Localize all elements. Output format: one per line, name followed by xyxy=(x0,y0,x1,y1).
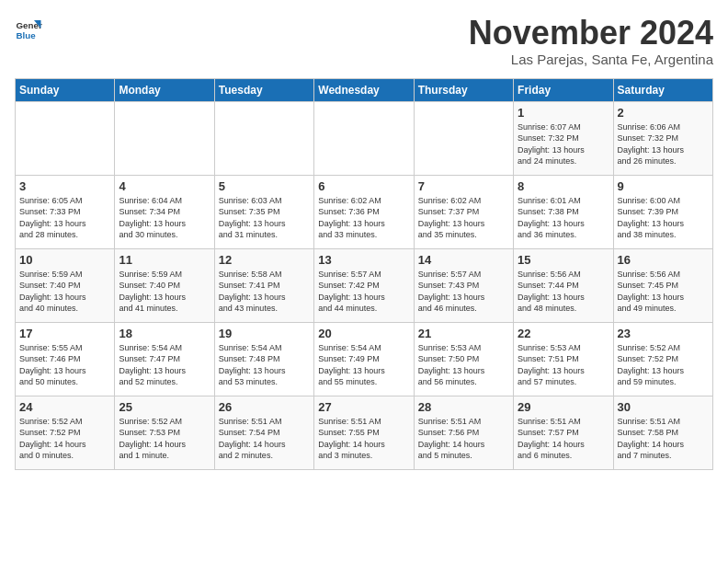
calendar-cell: 14Sunrise: 5:57 AM Sunset: 7:43 PM Dayli… xyxy=(414,248,513,322)
day-number: 9 xyxy=(618,179,709,193)
day-info: Sunrise: 5:51 AM Sunset: 7:56 PM Dayligh… xyxy=(418,416,509,462)
day-info: Sunrise: 6:07 AM Sunset: 7:32 PM Dayligh… xyxy=(518,121,609,167)
day-number: 11 xyxy=(119,253,210,267)
day-info: Sunrise: 5:51 AM Sunset: 7:54 PM Dayligh… xyxy=(219,416,310,462)
day-number: 8 xyxy=(518,179,609,193)
day-number: 23 xyxy=(618,327,709,340)
calendar-cell: 25Sunrise: 5:52 AM Sunset: 7:53 PM Dayli… xyxy=(115,396,214,469)
calendar-cell: 10Sunrise: 5:59 AM Sunset: 7:40 PM Dayli… xyxy=(16,248,115,322)
logo-icon: General Blue xyxy=(15,15,42,42)
calendar-week-5: 24Sunrise: 5:52 AM Sunset: 7:52 PM Dayli… xyxy=(16,396,713,469)
day-number: 3 xyxy=(19,179,110,193)
calendar-cell: 8Sunrise: 6:01 AM Sunset: 7:38 PM Daylig… xyxy=(514,175,613,248)
calendar-cell: 1Sunrise: 6:07 AM Sunset: 7:32 PM Daylig… xyxy=(514,101,613,175)
calendar-cell: 5Sunrise: 6:03 AM Sunset: 7:35 PM Daylig… xyxy=(214,175,313,248)
day-header-tuesday: Tuesday xyxy=(214,78,313,101)
calendar-cell xyxy=(314,101,414,175)
day-info: Sunrise: 6:05 AM Sunset: 7:33 PM Dayligh… xyxy=(19,195,110,241)
day-number: 16 xyxy=(618,253,709,267)
calendar-cell xyxy=(16,101,115,175)
calendar-cell: 16Sunrise: 5:56 AM Sunset: 7:45 PM Dayli… xyxy=(613,248,712,322)
calendar-cell: 29Sunrise: 5:51 AM Sunset: 7:57 PM Dayli… xyxy=(514,396,613,469)
day-number: 17 xyxy=(19,327,110,340)
calendar-week-3: 10Sunrise: 5:59 AM Sunset: 7:40 PM Dayli… xyxy=(16,248,713,322)
day-info: Sunrise: 5:52 AM Sunset: 7:53 PM Dayligh… xyxy=(119,416,210,462)
day-info: Sunrise: 5:52 AM Sunset: 7:52 PM Dayligh… xyxy=(618,342,709,388)
day-number: 21 xyxy=(418,327,509,340)
day-number: 27 xyxy=(318,400,409,414)
calendar-cell xyxy=(115,101,214,175)
day-info: Sunrise: 5:57 AM Sunset: 7:43 PM Dayligh… xyxy=(418,269,509,315)
calendar-week-4: 17Sunrise: 5:55 AM Sunset: 7:46 PM Dayli… xyxy=(16,322,713,396)
day-info: Sunrise: 5:51 AM Sunset: 7:58 PM Dayligh… xyxy=(618,416,709,462)
location-subtitle: Las Parejas, Santa Fe, Argentina xyxy=(469,52,713,67)
calendar-cell: 18Sunrise: 5:54 AM Sunset: 7:47 PM Dayli… xyxy=(115,322,214,396)
day-number: 1 xyxy=(518,106,609,120)
day-info: Sunrise: 5:51 AM Sunset: 7:57 PM Dayligh… xyxy=(518,416,609,462)
day-info: Sunrise: 5:53 AM Sunset: 7:51 PM Dayligh… xyxy=(518,342,609,388)
calendar-cell: 9Sunrise: 6:00 AM Sunset: 7:39 PM Daylig… xyxy=(613,175,712,248)
calendar-week-1: 1Sunrise: 6:07 AM Sunset: 7:32 PM Daylig… xyxy=(16,101,713,175)
day-info: Sunrise: 5:52 AM Sunset: 7:52 PM Dayligh… xyxy=(19,416,110,462)
calendar-cell: 27Sunrise: 5:51 AM Sunset: 7:55 PM Dayli… xyxy=(314,396,414,469)
page-header: General Blue November 2024 Las Parejas, … xyxy=(15,15,713,67)
day-number: 2 xyxy=(618,106,709,120)
calendar-cell: 19Sunrise: 5:54 AM Sunset: 7:48 PM Dayli… xyxy=(214,322,313,396)
day-info: Sunrise: 5:56 AM Sunset: 7:44 PM Dayligh… xyxy=(518,269,609,315)
day-info: Sunrise: 6:00 AM Sunset: 7:39 PM Dayligh… xyxy=(618,195,709,241)
day-number: 4 xyxy=(119,179,210,193)
day-header-monday: Monday xyxy=(115,78,214,101)
day-number: 28 xyxy=(418,400,509,414)
day-header-saturday: Saturday xyxy=(613,78,712,101)
day-number: 18 xyxy=(119,327,210,340)
calendar-body: 1Sunrise: 6:07 AM Sunset: 7:32 PM Daylig… xyxy=(16,101,713,469)
calendar-cell: 7Sunrise: 6:02 AM Sunset: 7:37 PM Daylig… xyxy=(414,175,513,248)
calendar-table: SundayMondayTuesdayWednesdayThursdayFrid… xyxy=(15,78,713,470)
day-header-wednesday: Wednesday xyxy=(314,78,414,101)
calendar-cell: 30Sunrise: 5:51 AM Sunset: 7:58 PM Dayli… xyxy=(613,396,712,469)
calendar-cell: 4Sunrise: 6:04 AM Sunset: 7:34 PM Daylig… xyxy=(115,175,214,248)
calendar-cell: 6Sunrise: 6:02 AM Sunset: 7:36 PM Daylig… xyxy=(314,175,414,248)
calendar-cell: 20Sunrise: 5:54 AM Sunset: 7:49 PM Dayli… xyxy=(314,322,414,396)
calendar-week-2: 3Sunrise: 6:05 AM Sunset: 7:33 PM Daylig… xyxy=(16,175,713,248)
day-info: Sunrise: 5:55 AM Sunset: 7:46 PM Dayligh… xyxy=(19,342,110,388)
day-number: 26 xyxy=(219,400,310,414)
day-info: Sunrise: 6:04 AM Sunset: 7:34 PM Dayligh… xyxy=(119,195,210,241)
day-info: Sunrise: 5:59 AM Sunset: 7:40 PM Dayligh… xyxy=(19,269,110,315)
calendar-cell: 15Sunrise: 5:56 AM Sunset: 7:44 PM Dayli… xyxy=(514,248,613,322)
calendar-header-row: SundayMondayTuesdayWednesdayThursdayFrid… xyxy=(16,78,713,101)
title-block: November 2024 Las Parejas, Santa Fe, Arg… xyxy=(469,15,713,67)
day-number: 6 xyxy=(318,179,409,193)
day-info: Sunrise: 5:56 AM Sunset: 7:45 PM Dayligh… xyxy=(618,269,709,315)
calendar-cell: 2Sunrise: 6:06 AM Sunset: 7:32 PM Daylig… xyxy=(613,101,712,175)
day-number: 13 xyxy=(318,253,409,267)
calendar-cell: 28Sunrise: 5:51 AM Sunset: 7:56 PM Dayli… xyxy=(414,396,513,469)
svg-text:Blue: Blue xyxy=(17,30,37,40)
day-info: Sunrise: 5:54 AM Sunset: 7:49 PM Dayligh… xyxy=(318,342,409,388)
day-number: 14 xyxy=(418,253,509,267)
day-info: Sunrise: 5:54 AM Sunset: 7:48 PM Dayligh… xyxy=(219,342,310,388)
calendar-cell: 24Sunrise: 5:52 AM Sunset: 7:52 PM Dayli… xyxy=(16,396,115,469)
day-number: 20 xyxy=(318,327,409,340)
day-number: 29 xyxy=(518,400,609,414)
day-number: 24 xyxy=(19,400,110,414)
day-info: Sunrise: 5:54 AM Sunset: 7:47 PM Dayligh… xyxy=(119,342,210,388)
day-number: 30 xyxy=(618,400,709,414)
month-title: November 2024 xyxy=(469,15,713,52)
day-info: Sunrise: 5:57 AM Sunset: 7:42 PM Dayligh… xyxy=(318,269,409,315)
calendar-cell: 12Sunrise: 5:58 AM Sunset: 7:41 PM Dayli… xyxy=(214,248,313,322)
calendar-cell: 11Sunrise: 5:59 AM Sunset: 7:40 PM Dayli… xyxy=(115,248,214,322)
day-header-sunday: Sunday xyxy=(16,78,115,101)
day-info: Sunrise: 6:02 AM Sunset: 7:37 PM Dayligh… xyxy=(418,195,509,241)
day-number: 5 xyxy=(219,179,310,193)
calendar-cell: 21Sunrise: 5:53 AM Sunset: 7:50 PM Dayli… xyxy=(414,322,513,396)
day-number: 25 xyxy=(119,400,210,414)
day-info: Sunrise: 6:01 AM Sunset: 7:38 PM Dayligh… xyxy=(518,195,609,241)
day-number: 12 xyxy=(219,253,310,267)
calendar-cell: 17Sunrise: 5:55 AM Sunset: 7:46 PM Dayli… xyxy=(16,322,115,396)
day-number: 10 xyxy=(19,253,110,267)
day-number: 22 xyxy=(518,327,609,340)
calendar-cell: 26Sunrise: 5:51 AM Sunset: 7:54 PM Dayli… xyxy=(214,396,313,469)
day-info: Sunrise: 5:51 AM Sunset: 7:55 PM Dayligh… xyxy=(318,416,409,462)
day-info: Sunrise: 6:03 AM Sunset: 7:35 PM Dayligh… xyxy=(219,195,310,241)
